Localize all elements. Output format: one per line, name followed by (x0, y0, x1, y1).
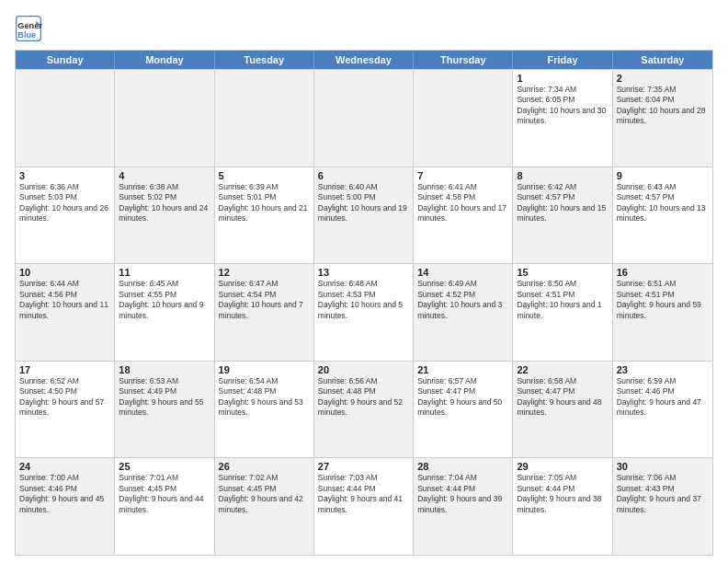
calendar-header: SundayMondayTuesdayWednesdayThursdayFrid… (16, 51, 712, 69)
day-number: 5 (219, 170, 310, 181)
page: General Blue SundayMondayTuesdayWednesda… (0, 0, 728, 563)
day-number: 19 (219, 364, 310, 375)
calendar-cell: 10Sunrise: 6:44 AM Sunset: 4:56 PM Dayli… (16, 264, 115, 361)
day-number: 26 (219, 461, 310, 472)
day-info: Sunrise: 6:52 AM Sunset: 4:50 PM Dayligh… (19, 376, 110, 419)
day-number: 11 (119, 267, 210, 278)
calendar-cell: 13Sunrise: 6:48 AM Sunset: 4:53 PM Dayli… (314, 264, 414, 361)
day-info: Sunrise: 6:45 AM Sunset: 4:55 PM Dayligh… (119, 279, 210, 321)
day-number: 4 (119, 170, 210, 181)
day-number: 23 (617, 364, 709, 375)
day-info: Sunrise: 7:05 AM Sunset: 4:44 PM Dayligh… (517, 473, 608, 515)
day-number: 29 (517, 461, 608, 472)
day-info: Sunrise: 6:54 AM Sunset: 4:48 PM Dayligh… (219, 376, 310, 419)
day-number: 17 (19, 364, 110, 375)
day-info: Sunrise: 6:59 AM Sunset: 4:46 PM Dayligh… (617, 376, 709, 419)
calendar-cell: 28Sunrise: 7:04 AM Sunset: 4:44 PM Dayli… (414, 458, 513, 555)
calendar-cell: 6Sunrise: 6:40 AM Sunset: 5:00 PM Daylig… (314, 167, 414, 264)
day-info: Sunrise: 6:40 AM Sunset: 5:00 PM Dayligh… (318, 182, 409, 224)
day-info: Sunrise: 7:04 AM Sunset: 4:44 PM Dayligh… (417, 473, 508, 515)
day-info: Sunrise: 7:34 AM Sunset: 6:05 PM Dayligh… (517, 85, 608, 127)
calendar-cell: 22Sunrise: 6:58 AM Sunset: 4:47 PM Dayli… (513, 362, 612, 458)
logo: General Blue (15, 15, 46, 42)
calendar-row: 3Sunrise: 6:36 AM Sunset: 5:03 PM Daylig… (16, 167, 712, 264)
svg-text:General: General (17, 21, 42, 30)
day-info: Sunrise: 7:02 AM Sunset: 4:45 PM Dayligh… (219, 473, 310, 515)
day-number: 24 (19, 461, 110, 472)
calendar-cell: 5Sunrise: 6:39 AM Sunset: 5:01 PM Daylig… (215, 167, 314, 264)
calendar-cell (115, 70, 214, 167)
calendar-cell (215, 70, 314, 167)
calendar-cell: 21Sunrise: 6:57 AM Sunset: 4:47 PM Dayli… (414, 362, 513, 458)
day-number: 16 (617, 267, 709, 278)
calendar-cell: 7Sunrise: 6:41 AM Sunset: 4:58 PM Daylig… (414, 167, 513, 264)
calendar-cell: 4Sunrise: 6:38 AM Sunset: 5:02 PM Daylig… (115, 167, 214, 264)
day-number: 21 (417, 364, 508, 375)
calendar-body: 1Sunrise: 7:34 AM Sunset: 6:05 PM Daylig… (16, 69, 712, 555)
day-number: 30 (617, 461, 709, 472)
calendar-cell: 1Sunrise: 7:34 AM Sunset: 6:05 PM Daylig… (513, 70, 612, 167)
weekday-header: Thursday (414, 51, 513, 69)
calendar-cell: 3Sunrise: 6:36 AM Sunset: 5:03 PM Daylig… (16, 167, 115, 264)
weekday-header: Sunday (16, 51, 115, 69)
calendar-cell: 9Sunrise: 6:43 AM Sunset: 4:57 PM Daylig… (613, 167, 712, 264)
calendar-cell: 27Sunrise: 7:03 AM Sunset: 4:44 PM Dayli… (314, 458, 414, 555)
day-number: 18 (119, 364, 210, 375)
day-number: 28 (417, 461, 508, 472)
weekday-header: Monday (115, 51, 214, 69)
header: General Blue (15, 15, 713, 42)
calendar-row: 24Sunrise: 7:00 AM Sunset: 4:46 PM Dayli… (16, 457, 712, 555)
day-number: 3 (19, 170, 110, 181)
day-info: Sunrise: 7:35 AM Sunset: 6:04 PM Dayligh… (617, 85, 709, 127)
calendar-cell: 12Sunrise: 6:47 AM Sunset: 4:54 PM Dayli… (215, 264, 314, 361)
calendar-cell: 16Sunrise: 6:51 AM Sunset: 4:51 PM Dayli… (613, 264, 712, 361)
calendar-cell: 15Sunrise: 6:50 AM Sunset: 4:51 PM Dayli… (513, 264, 612, 361)
day-info: Sunrise: 6:42 AM Sunset: 4:57 PM Dayligh… (517, 182, 608, 224)
day-number: 15 (517, 267, 608, 278)
weekday-header: Friday (513, 51, 612, 69)
calendar-cell: 23Sunrise: 6:59 AM Sunset: 4:46 PM Dayli… (613, 362, 712, 458)
calendar: SundayMondayTuesdayWednesdayThursdayFrid… (15, 50, 713, 556)
day-info: Sunrise: 6:47 AM Sunset: 4:54 PM Dayligh… (219, 279, 310, 321)
day-info: Sunrise: 6:49 AM Sunset: 4:52 PM Dayligh… (417, 279, 508, 321)
calendar-cell: 25Sunrise: 7:01 AM Sunset: 4:45 PM Dayli… (115, 458, 214, 555)
day-info: Sunrise: 6:43 AM Sunset: 4:57 PM Dayligh… (617, 182, 709, 224)
day-info: Sunrise: 7:01 AM Sunset: 4:45 PM Dayligh… (119, 473, 210, 515)
day-number: 1 (517, 73, 608, 84)
day-number: 25 (119, 461, 210, 472)
day-info: Sunrise: 7:03 AM Sunset: 4:44 PM Dayligh… (318, 473, 409, 515)
day-info: Sunrise: 7:00 AM Sunset: 4:46 PM Dayligh… (19, 473, 110, 515)
calendar-cell: 17Sunrise: 6:52 AM Sunset: 4:50 PM Dayli… (16, 362, 115, 458)
calendar-row: 1Sunrise: 7:34 AM Sunset: 6:05 PM Daylig… (16, 69, 712, 167)
logo-icon: General Blue (15, 15, 42, 42)
weekday-header: Tuesday (215, 51, 314, 69)
day-number: 9 (617, 170, 709, 181)
calendar-cell (314, 70, 414, 167)
day-number: 12 (219, 267, 310, 278)
day-info: Sunrise: 6:53 AM Sunset: 4:49 PM Dayligh… (119, 376, 210, 419)
day-number: 8 (517, 170, 608, 181)
day-info: Sunrise: 6:36 AM Sunset: 5:03 PM Dayligh… (19, 182, 110, 224)
day-info: Sunrise: 6:48 AM Sunset: 4:53 PM Dayligh… (318, 279, 409, 321)
day-number: 20 (318, 364, 409, 375)
calendar-row: 17Sunrise: 6:52 AM Sunset: 4:50 PM Dayli… (16, 361, 712, 458)
weekday-header: Wednesday (314, 51, 414, 69)
calendar-cell (414, 70, 513, 167)
calendar-cell (16, 70, 115, 167)
day-info: Sunrise: 6:41 AM Sunset: 4:58 PM Dayligh… (417, 182, 508, 224)
calendar-cell: 20Sunrise: 6:56 AM Sunset: 4:48 PM Dayli… (314, 362, 414, 458)
calendar-cell: 26Sunrise: 7:02 AM Sunset: 4:45 PM Dayli… (215, 458, 314, 555)
calendar-cell: 14Sunrise: 6:49 AM Sunset: 4:52 PM Dayli… (414, 264, 513, 361)
day-number: 10 (19, 267, 110, 278)
calendar-cell: 18Sunrise: 6:53 AM Sunset: 4:49 PM Dayli… (115, 362, 214, 458)
svg-text:Blue: Blue (17, 30, 36, 40)
day-number: 22 (517, 364, 608, 375)
day-info: Sunrise: 7:06 AM Sunset: 4:43 PM Dayligh… (617, 473, 709, 515)
day-number: 6 (318, 170, 409, 181)
calendar-cell: 30Sunrise: 7:06 AM Sunset: 4:43 PM Dayli… (613, 458, 712, 555)
calendar-cell: 8Sunrise: 6:42 AM Sunset: 4:57 PM Daylig… (513, 167, 612, 264)
calendar-cell: 24Sunrise: 7:00 AM Sunset: 4:46 PM Dayli… (16, 458, 115, 555)
day-info: Sunrise: 6:44 AM Sunset: 4:56 PM Dayligh… (19, 279, 110, 321)
day-info: Sunrise: 6:56 AM Sunset: 4:48 PM Dayligh… (318, 376, 409, 419)
calendar-cell: 29Sunrise: 7:05 AM Sunset: 4:44 PM Dayli… (513, 458, 612, 555)
